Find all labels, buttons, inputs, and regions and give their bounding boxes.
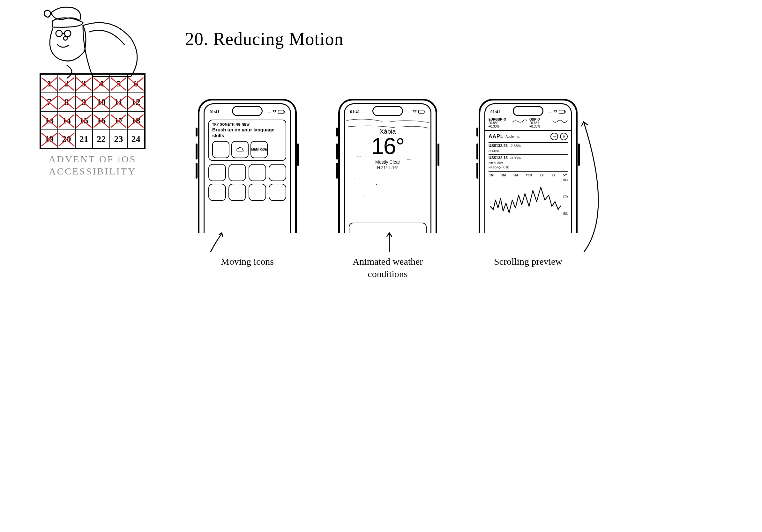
ticker-item[interactable]: EURGBP=X £0.880 +0.30% [489, 118, 509, 128]
caption-scrolling: Scrolling preview [494, 255, 562, 268]
story-tag: TRY SOMETHING NEW [212, 123, 282, 126]
app-icon[interactable] [208, 164, 226, 181]
range-option[interactable]: 1Y [540, 173, 544, 177]
app-icon-grid [208, 164, 286, 201]
advent-label: ADVENT OF iOS ACCESSIBILITY [35, 154, 150, 177]
phone-volume-up [195, 144, 197, 160]
calendar-day: 6 [127, 74, 145, 93]
calendar-day: 3 [75, 74, 93, 93]
page-title: 20. Reducing Motion [185, 29, 344, 49]
dynamic-island [513, 106, 543, 116]
svg-rect-7 [419, 110, 424, 113]
ticker-name: EURGBP=X [489, 118, 509, 121]
phone-power-button [437, 144, 439, 166]
app-icon-memrise[interactable]: MEM RiSE [251, 141, 268, 158]
app-icon[interactable] [228, 184, 246, 201]
calendar-day: 13 [40, 111, 58, 130]
calendar-day: 7 [40, 93, 58, 111]
phone-volume-down [336, 163, 338, 179]
calendar-day: 22 [93, 130, 110, 148]
ticker-price: £0.880 [489, 121, 509, 125]
close-button[interactable]: ✕ [560, 133, 568, 140]
calendar-day: 20 [58, 130, 75, 148]
range-option[interactable]: 5Y [563, 173, 567, 177]
phone-volume-up [476, 144, 478, 160]
calendar-day: 11 [110, 93, 127, 111]
battery-icon [278, 110, 285, 114]
svg-rect-10 [559, 110, 565, 113]
y-axis-value: 183 [562, 178, 568, 182]
app-icon[interactable] [249, 184, 266, 201]
svg-rect-4 [278, 110, 284, 113]
y-axis-value: 170 [562, 195, 568, 199]
calendar-day: 9 [75, 93, 93, 111]
calendar-day: 19 [40, 130, 58, 148]
battery-icon [559, 110, 566, 114]
ticker-row[interactable]: EURGBP=X £0.880 +0.30% GBP=X £0.831 +0.3… [485, 116, 571, 131]
app-icon[interactable] [231, 141, 249, 158]
y-axis-value: 156 [562, 212, 568, 216]
calendar-day: 5 [110, 74, 127, 93]
caption-moving-icons: Moving icons [221, 255, 274, 268]
weather-high-low: H:21° L:16° [345, 165, 430, 170]
calendar-day: 16 [93, 111, 110, 130]
cloud-icon [236, 146, 244, 153]
phone-volume-up [336, 144, 338, 160]
stock-header: AAPL Apple Inc. ⋯ ✕ [485, 131, 571, 142]
app-icon[interactable] [212, 141, 229, 158]
app-icon[interactable] [208, 184, 226, 201]
stock-company: Apple Inc. [506, 135, 549, 138]
dynamic-island [372, 106, 403, 116]
calendar-day: 2 [58, 74, 75, 93]
status-time: 01:41 [350, 110, 360, 114]
calendar-day: 4 [93, 74, 110, 93]
exchange-label: NASDAQ - USD [485, 165, 571, 170]
weather-temp: 16° [345, 135, 430, 158]
ticker-price: £0.831 [529, 121, 551, 125]
svg-point-1 [64, 30, 71, 37]
status-time: 01:41 [491, 110, 500, 114]
phone-volume-down [476, 163, 478, 179]
more-button[interactable]: ⋯ [551, 133, 558, 140]
range-option[interactable]: YTD [526, 173, 532, 177]
app-icon[interactable] [269, 164, 286, 181]
range-option[interactable]: 2Y [551, 173, 555, 177]
appstore-story-card[interactable]: TRY SOMETHING NEW Brush up on your langu… [208, 120, 286, 161]
range-option[interactable]: 1M [489, 173, 494, 177]
stock-chart[interactable]: 183 170 156 [489, 178, 568, 219]
app-icon[interactable] [269, 184, 286, 201]
advent-calendar: 123456789101112131415161718192021222324 [39, 73, 145, 149]
calendar-day: 12 [127, 93, 145, 111]
svg-rect-5 [284, 111, 285, 112]
price-label: At Close [485, 149, 571, 153]
app-icon[interactable] [249, 164, 266, 181]
weather-condition: Mostly Clear [345, 160, 430, 165]
svg-rect-8 [425, 111, 425, 112]
app-icon[interactable] [228, 164, 246, 181]
svg-point-0 [56, 30, 62, 37]
price-label: After Hours [485, 161, 571, 165]
phone-power-button [297, 144, 299, 166]
battery-icon [418, 110, 425, 114]
caption-weather: Animated weatherconditions [352, 255, 423, 280]
story-headline: Brush up on your language skills [212, 127, 282, 138]
santa-calendar-illustration: 123456789101112131415161718192021222324 … [35, 3, 150, 177]
ticker-change: +0.38% [529, 125, 551, 128]
ticker-item[interactable]: GBP=X £0.831 +0.38% [529, 118, 551, 128]
phone-weather: 01:41 .... [338, 99, 437, 280]
calendar-day: 18 [127, 111, 145, 130]
advent-label-line2: ACCESSIBILITY [35, 166, 150, 177]
wifi-icon [413, 110, 417, 114]
time-range-selector[interactable]: 1M3M6MYTD1Y2Y5Y [485, 171, 571, 178]
range-option[interactable]: 3M [501, 173, 506, 177]
calendar-day: 1 [40, 74, 58, 93]
calendar-day: 15 [75, 111, 93, 130]
phone-mute-switch [476, 128, 478, 137]
range-option[interactable]: 6M [513, 173, 518, 177]
sparkline-icon [512, 118, 527, 124]
calendar-day: 14 [58, 111, 75, 130]
weather-summary: Xàbia 16° Mostly Clear H:21° L:16° [345, 116, 430, 170]
svg-point-6 [415, 112, 415, 113]
phone-mute-switch [195, 128, 197, 137]
svg-rect-11 [565, 111, 566, 112]
